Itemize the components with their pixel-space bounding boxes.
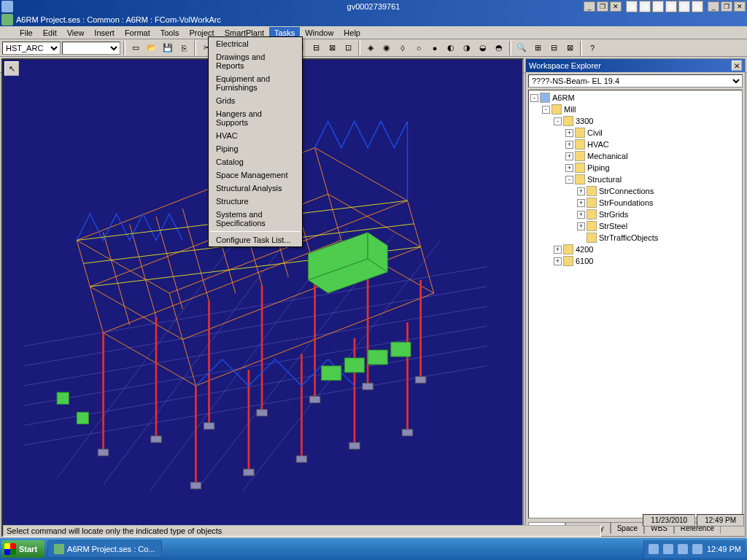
tray-icon[interactable]: ▧ — [678, 1, 690, 12]
menu-insert[interactable]: Insert — [89, 27, 120, 39]
tool-button[interactable]: ○ — [411, 41, 426, 55]
expand-icon[interactable]: + — [565, 152, 573, 160]
tool-button[interactable]: ● — [427, 41, 442, 55]
tab-space[interactable]: Space — [611, 522, 644, 534]
expand-icon[interactable]: + — [554, 257, 562, 265]
status-date: 11/23/2010 — [643, 514, 695, 526]
tray-icon[interactable]: ▥ — [652, 1, 664, 12]
expand-icon[interactable]: + — [577, 199, 585, 207]
menu-item-space-management[interactable]: Space Management — [209, 168, 302, 182]
os-close-button[interactable]: ✕ — [610, 1, 622, 12]
tool-button[interactable]: ◈ — [363, 41, 378, 55]
tree-node-hvac[interactable]: +HVAC — [530, 139, 740, 150]
save-all-button[interactable]: ⎘ — [177, 41, 191, 55]
menu-item-electrical[interactable]: Electrical — [209, 37, 302, 50]
menu-file[interactable]: File — [15, 27, 38, 39]
tool-button[interactable]: ◒ — [476, 41, 490, 55]
outer-minimize-button[interactable]: _ — [708, 1, 719, 12]
menu-edit[interactable]: Edit — [38, 27, 62, 39]
os-minimize-button[interactable]: _ — [584, 1, 595, 12]
tree-node-4200[interactable]: +4200 — [530, 244, 740, 255]
select-tool-icon[interactable]: ↖ — [4, 61, 19, 76]
expand-icon[interactable]: + — [577, 187, 585, 195]
expand-icon[interactable]: + — [577, 211, 585, 219]
expand-icon[interactable]: + — [565, 141, 573, 149]
menu-item-catalog[interactable]: Catalog — [209, 155, 302, 168]
open-button[interactable]: 📂 — [144, 41, 159, 55]
menu-item-systems-and-specifications[interactable]: Systems and Specifications — [209, 208, 302, 230]
taskbar-app-button[interactable]: A6RM Project.ses : Co... — [47, 540, 161, 558]
tool-button[interactable]: ⊟ — [309, 41, 323, 55]
tree-node-6100[interactable]: +6100 — [530, 255, 740, 267]
menu-item-drawings-and-reports[interactable]: Drawings and Reports — [209, 50, 302, 72]
tree-node-strconnections[interactable]: +StrConnections — [530, 185, 740, 197]
tree-node-a6rm[interactable]: -A6RM — [530, 92, 740, 104]
tool-button[interactable]: ◉ — [379, 41, 394, 55]
tool-button[interactable]: ⊞ — [530, 41, 545, 55]
collapse-icon[interactable]: - — [530, 94, 538, 102]
workspace-filter-combo[interactable]: ????-NS-Beam- EL 19.4 — [528, 74, 743, 88]
svg-line-21 — [182, 209, 209, 301]
menu-item-hvac[interactable]: HVAC — [209, 129, 302, 142]
menu-help[interactable]: Help — [338, 27, 365, 39]
tray-icon[interactable]: ▨ — [692, 1, 703, 12]
save-button[interactable]: 💾 — [160, 41, 175, 55]
tool-button[interactable]: ◐ — [444, 41, 458, 55]
menu-view[interactable]: View — [62, 27, 90, 39]
menu-item-piping[interactable]: Piping — [209, 142, 302, 155]
menu-window[interactable]: Window — [300, 27, 338, 39]
tray-icon[interactable]: ▣ — [626, 1, 638, 12]
expand-icon[interactable]: + — [565, 129, 573, 137]
tool-button[interactable]: ◓ — [492, 41, 506, 55]
tray-icon[interactable] — [663, 544, 673, 554]
start-button[interactable]: Start — [1, 540, 44, 558]
menu-item-structural-analysis[interactable]: Structural Analysis — [209, 182, 302, 195]
svg-rect-61 — [415, 376, 426, 383]
tree-node-mill[interactable]: -Mill — [530, 104, 740, 115]
collapse-icon[interactable]: - — [542, 106, 550, 114]
expand-icon[interactable]: + — [577, 222, 585, 230]
menu-item-structure[interactable]: Structure — [209, 195, 302, 208]
tool-button[interactable]: ⊟ — [546, 41, 561, 55]
menu-format[interactable]: Format — [120, 27, 155, 39]
outer-restore-button[interactable]: ❐ — [721, 1, 732, 12]
menu-item-configure-task-list[interactable]: Configure Task List... — [209, 233, 302, 246]
tool-button[interactable]: ⊡ — [341, 41, 355, 55]
tray-icon[interactable]: ▤ — [639, 1, 651, 12]
workspace-tree[interactable]: -A6RM-Mill-3300+Civil+HVAC+Mechanical+Pi… — [528, 90, 743, 518]
menu-tools[interactable]: Tools — [155, 27, 185, 39]
menu-item-equipment-and-furnishings[interactable]: Equipment and Furnishings — [209, 72, 302, 94]
view-combo[interactable]: HST_ARC — [2, 42, 61, 55]
expand-icon[interactable]: + — [554, 246, 562, 254]
tree-node-mechanical[interactable]: +Mechanical — [530, 150, 740, 162]
menu-item-hangers-and-supports[interactable]: Hangers and Supports — [209, 107, 302, 129]
new-button[interactable]: ▭ — [128, 41, 143, 55]
tree-node-strfoundations[interactable]: +StrFoundations — [530, 197, 740, 209]
menu-item-grids[interactable]: Grids — [209, 94, 302, 107]
tree-node-strgrids[interactable]: +StrGrids — [530, 209, 740, 220]
tree-node-strtrafficobjects[interactable]: StrTrafficObjects — [530, 232, 740, 244]
tool-button[interactable]: ⊠ — [325, 41, 339, 55]
tray-icon[interactable] — [692, 544, 703, 554]
tray-icon[interactable]: ▦ — [665, 1, 677, 12]
os-restore-button[interactable]: ❐ — [597, 1, 608, 12]
tool-button[interactable]: ⊠ — [562, 41, 577, 55]
tool-button[interactable]: ◑ — [460, 41, 474, 55]
tree-node-piping[interactable]: +Piping — [530, 162, 740, 174]
tree-node-strsteel[interactable]: +StrSteel — [530, 220, 740, 232]
folder-icon — [575, 139, 585, 149]
zoom-button[interactable]: 🔍 — [514, 41, 529, 55]
tree-node-3300[interactable]: -3300 — [530, 115, 740, 127]
tree-node-civil[interactable]: +Civil — [530, 127, 740, 139]
collapse-icon[interactable]: - — [554, 117, 562, 125]
workspace-explorer-close-button[interactable]: ✕ — [732, 61, 742, 71]
tray-icon[interactable] — [649, 544, 659, 554]
collapse-icon[interactable]: - — [565, 176, 573, 184]
tree-node-structural[interactable]: -Structural — [530, 174, 740, 185]
secondary-combo[interactable] — [62, 42, 120, 55]
help-button[interactable]: ? — [585, 41, 600, 55]
outer-close-button[interactable]: ✕ — [734, 1, 746, 12]
expand-icon[interactable]: + — [565, 164, 573, 172]
tray-icon[interactable] — [678, 544, 688, 554]
tool-button[interactable]: ◊ — [395, 41, 410, 55]
